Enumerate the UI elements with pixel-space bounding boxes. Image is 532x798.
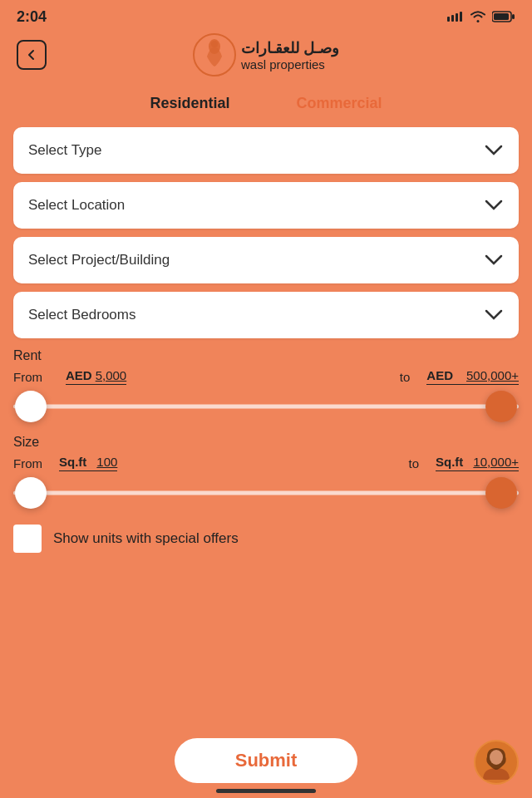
size-to-underline: Sq.ft 10,000+ — [436, 455, 519, 471]
size-from-group: From Sq.ft 100 — [13, 455, 117, 471]
size-slider-thumb-left[interactable] — [15, 477, 47, 509]
chevron-down-icon-4 — [484, 305, 504, 325]
rent-from-label: From — [13, 370, 42, 384]
svg-point-9 — [211, 41, 218, 47]
rent-from-underline: AED 5,000 — [66, 368, 126, 385]
bottom-bar: Submit — [0, 732, 532, 798]
status-bar: 2:04 — [0, 0, 532, 30]
dropdown-bedrooms-label: Select Bedrooms — [28, 307, 135, 323]
logo-text: وصـل للعقـارات wasl properties — [241, 39, 339, 71]
dropdown-type-label: Select Type — [28, 142, 102, 159]
status-icons — [447, 10, 515, 23]
dropdown-project[interactable]: Select Project/Building — [13, 237, 519, 283]
size-slider[interactable] — [13, 476, 519, 510]
size-to-separator: to — [409, 456, 420, 470]
wifi-icon — [469, 10, 487, 23]
rent-range-row: From AED 5,000 to AED 500,000+ — [13, 368, 519, 385]
avatar-icon — [479, 745, 514, 780]
battery-icon — [492, 11, 515, 22]
size-to-unit: Sq.ft — [436, 455, 463, 469]
filter-content: Select Type Select Location Select Proje… — [0, 127, 532, 553]
svg-rect-5 — [494, 13, 509, 20]
rent-to-unit: AED — [426, 368, 453, 382]
chevron-down-icon-2 — [484, 195, 504, 215]
rent-to-value: 500,000+ — [466, 368, 519, 382]
logo-container: وصـل للعقـارات wasl properties — [193, 33, 339, 76]
rent-to-underline: AED 500,000+ — [426, 368, 519, 385]
size-from-underline: Sq.ft 100 — [59, 455, 117, 471]
svg-rect-1 — [451, 15, 454, 22]
rent-from-unit: AED — [66, 368, 92, 382]
rent-slider[interactable] — [13, 390, 519, 423]
signal-icon — [447, 12, 464, 22]
svg-point-11 — [490, 750, 503, 765]
rent-slider-track — [13, 405, 519, 409]
size-to-value: 10,000+ — [473, 455, 519, 469]
rent-from-value: 5,000 — [96, 368, 127, 382]
tabs-container: Residential Commercial — [0, 83, 532, 127]
rent-slider-thumb-left[interactable] — [15, 391, 47, 422]
dropdown-location[interactable]: Select Location — [13, 182, 519, 229]
header: وصـل للعقـارات wasl properties — [0, 30, 532, 83]
size-from-value: 100 — [96, 455, 117, 469]
special-offers-checkbox[interactable] — [13, 525, 42, 553]
chat-avatar-button[interactable] — [474, 740, 519, 785]
dropdown-location-label: Select Location — [28, 197, 125, 214]
submit-button[interactable]: Submit — [175, 738, 357, 783]
size-slider-thumb-right[interactable] — [485, 477, 517, 509]
dropdown-bedrooms[interactable]: Select Bedrooms — [13, 292, 519, 338]
rent-label: Rent — [13, 348, 519, 363]
rent-to-separator: to — [400, 370, 411, 384]
special-offers-label: Show units with special offers — [53, 530, 239, 547]
logo-icon — [193, 33, 236, 76]
special-offers-row[interactable]: Show units with special offers — [13, 525, 519, 553]
svg-rect-6 — [512, 14, 515, 19]
logo-arabic: وصـل للعقـارات — [241, 39, 339, 57]
rent-section: Rent From AED 5,000 to AED 500,000+ — [13, 348, 519, 423]
tab-residential[interactable]: Residential — [150, 91, 229, 116]
size-slider-track — [13, 491, 519, 495]
tab-commercial[interactable]: Commercial — [296, 91, 382, 116]
svg-rect-0 — [447, 17, 450, 22]
size-range-row: From Sq.ft 100 to Sq.ft 10,000+ — [13, 455, 519, 471]
chevron-down-icon-3 — [484, 250, 504, 270]
svg-rect-2 — [456, 13, 458, 22]
chevron-down-icon — [484, 140, 504, 160]
svg-rect-3 — [460, 12, 462, 22]
size-section: Size From Sq.ft 100 to Sq.ft 10,000+ — [13, 435, 519, 510]
home-indicator — [216, 789, 316, 793]
status-time: 2:04 — [17, 8, 47, 26]
dropdown-project-label: Select Project/Building — [28, 252, 170, 268]
logo-english: wasl properties — [241, 57, 325, 71]
size-from-unit: Sq.ft — [59, 455, 86, 469]
back-button[interactable] — [17, 40, 47, 70]
size-label: Size — [13, 435, 519, 450]
size-from-label: From — [13, 456, 42, 470]
rent-from-group: From AED 5,000 — [13, 368, 126, 385]
rent-slider-thumb-right[interactable] — [485, 391, 517, 422]
dropdown-type[interactable]: Select Type — [13, 127, 519, 174]
